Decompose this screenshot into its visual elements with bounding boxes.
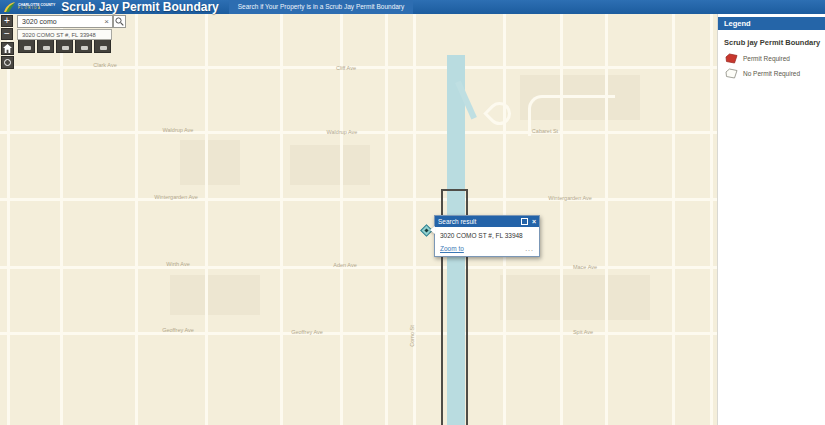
- street-label: Waldrup Ave: [163, 127, 194, 133]
- tool-icon: [62, 46, 69, 50]
- app-header: CHARLOTTE COUNTY FLORIDA Scrub Jay Permi…: [0, 0, 825, 14]
- legend-item-label: Permit Required: [743, 55, 790, 62]
- search-icon: [115, 17, 124, 26]
- map-block: [180, 140, 240, 185]
- search-input[interactable]: [17, 15, 113, 28]
- road: [60, 14, 63, 425]
- legend-item-permit-required: Permit Required: [718, 51, 825, 66]
- toolbar-button-3[interactable]: [56, 38, 73, 53]
- street-label: Clark Ave: [93, 62, 116, 68]
- popup-title: Search result: [438, 218, 521, 225]
- charlotte-county-logo: CHARLOTTE COUNTY FLORIDA: [0, 0, 55, 14]
- road: [0, 198, 717, 201]
- popup-address: 3020 COMO ST #, FL 33948: [435, 227, 539, 241]
- tool-icon: [43, 46, 50, 50]
- road: [413, 14, 416, 425]
- toolbar-button-4[interactable]: [75, 38, 92, 53]
- more-options-icon[interactable]: ...: [525, 247, 534, 251]
- zoom-in-button[interactable]: +: [1, 15, 13, 27]
- street-label: Mace Ave: [573, 264, 597, 270]
- permit-required-swatch-icon: [725, 53, 738, 64]
- legend-panel: Legend Scrub jay Permit Boundary Permit …: [717, 14, 825, 425]
- popup-header: Search result ×: [435, 216, 539, 227]
- road: [7, 14, 10, 425]
- map-block: [170, 275, 260, 315]
- street-label: Waldrup Ave: [327, 129, 358, 135]
- road: [0, 266, 717, 269]
- street-label: Aden Ave: [333, 262, 356, 268]
- legend-group-title: Scrub jay Permit Boundary: [718, 30, 825, 51]
- logo-sub-text: FLORIDA: [18, 7, 55, 10]
- map-block: [500, 275, 650, 320]
- maximize-icon[interactable]: [521, 218, 528, 225]
- street-label: Geoffrey Ave: [162, 327, 194, 333]
- home-extent-button[interactable]: [1, 42, 14, 55]
- zoom-out-button[interactable]: −: [1, 28, 13, 40]
- toolbar-button-5[interactable]: [94, 38, 111, 53]
- legend-item-no-permit-required: No Permit Required: [718, 66, 825, 81]
- road: [0, 332, 717, 335]
- street-label: Como St: [409, 325, 415, 346]
- my-location-button[interactable]: [1, 56, 14, 69]
- no-permit-required-swatch-icon: [725, 68, 738, 79]
- map-block: [290, 145, 370, 185]
- marker-core: [424, 228, 428, 232]
- clear-search-icon[interactable]: ×: [102, 17, 111, 26]
- page-subtitle: Search if Your Property is in a Scrub Ja…: [229, 0, 414, 14]
- road: [135, 14, 138, 425]
- toolbar-button-1[interactable]: [18, 38, 35, 53]
- street-label: Wintergarden Ave: [548, 195, 592, 201]
- page-title: Scrub Jay Permit Boundary: [61, 0, 218, 14]
- road: [560, 14, 563, 425]
- legend-header: Legend: [718, 17, 825, 30]
- street-label: Wintergarden Ave: [154, 194, 198, 200]
- tool-icon: [100, 46, 107, 50]
- home-icon: [3, 44, 12, 53]
- street-label: Geoffrey Ave: [291, 329, 323, 335]
- zoom-to-link[interactable]: Zoom to: [440, 245, 464, 252]
- tool-icon: [81, 46, 88, 50]
- search-result-popup: Search result × 3020 COMO ST #, FL 33948…: [434, 215, 540, 257]
- search-suggestion-item[interactable]: 3020 COMO ST #, FL 33948: [17, 29, 112, 40]
- search-button[interactable]: [113, 15, 126, 28]
- road: [340, 14, 343, 425]
- street-label: Cabaret St: [532, 128, 558, 134]
- street-label: Wirth Ave: [166, 261, 189, 267]
- road: [280, 14, 283, 425]
- road: [205, 14, 208, 425]
- street-label: Spit Ave: [573, 329, 593, 335]
- scrub-jay-app: CHARLOTTE COUNTY FLORIDA Scrub Jay Permi…: [0, 0, 825, 425]
- toolbar-button-2[interactable]: [37, 38, 54, 53]
- logo-swoosh-icon: [3, 2, 16, 13]
- popup-arrow: [430, 226, 435, 234]
- close-icon[interactable]: ×: [532, 218, 536, 225]
- legend-item-label: No Permit Required: [743, 70, 800, 77]
- road: [672, 14, 675, 425]
- road: [710, 14, 713, 425]
- locate-icon: [4, 59, 11, 66]
- street-label: Cliff Ave: [336, 65, 356, 71]
- road: [385, 14, 388, 425]
- road: [605, 14, 608, 425]
- tool-icon: [24, 46, 31, 50]
